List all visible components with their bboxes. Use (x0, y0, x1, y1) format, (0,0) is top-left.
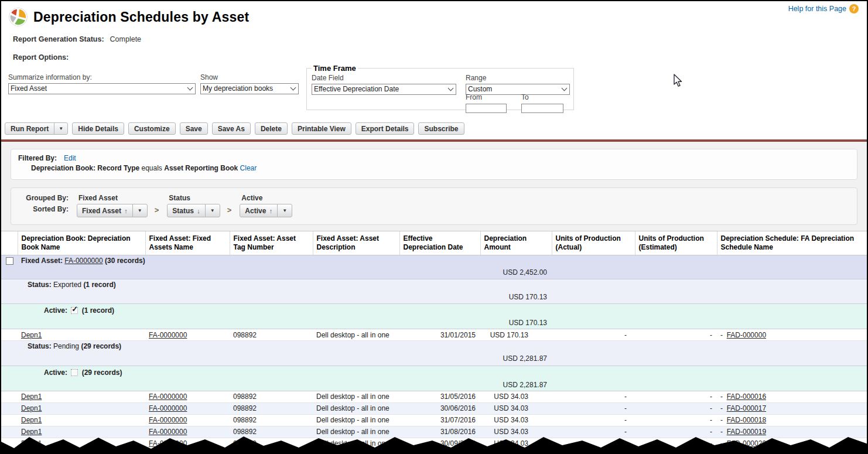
save-button[interactable]: Save (180, 122, 208, 135)
sort-button-fixed-asset[interactable]: Fixed Asset ↑▼ (77, 204, 148, 217)
summary-amount: USD 170.13 (480, 317, 552, 329)
column-header-fixed-asset-fixed-assets-name[interactable]: Fixed Asset: Fixed Assets Name (145, 231, 230, 255)
filter-grouping-section: Filtered By: Edit Depreciation Book: Rec… (1, 142, 867, 231)
record-link[interactable]: FA-0000000 (149, 331, 187, 339)
delete-button[interactable]: Delete (255, 122, 288, 135)
run-report-button[interactable]: Run Report (5, 122, 54, 135)
range-label: Range (466, 74, 570, 82)
sort-button-active[interactable]: Active ↑▼ (240, 204, 292, 217)
edit-filter-link[interactable]: Edit (64, 154, 76, 162)
timeframe-legend: Time Frame (312, 64, 358, 73)
help-box: Help for this Page ? (788, 4, 859, 13)
group-label-status: Status (169, 194, 220, 202)
to-input[interactable] (521, 104, 563, 113)
from-label: From (466, 93, 507, 101)
torn-edge (0, 429, 868, 454)
filter-value: Asset Reporting Book (164, 164, 238, 172)
summary-amount: USD 2,281.87 (480, 378, 552, 391)
column-header-depreciation-schedule-fa-depreciation-schedule-name[interactable]: Depreciation Schedule: FA Depreciation S… (717, 231, 867, 255)
column-header-effective-depreciation-date[interactable]: Effective Depreciation Date (399, 231, 480, 255)
filter-panel: Filtered By: Edit Depreciation Book: Rec… (11, 149, 857, 180)
summary-row: USD 2,452.00 (1, 266, 867, 279)
report-options: Summarize information by: Fixed Asset Sh… (5, 64, 863, 118)
timeframe-fieldset: Time Frame Date Field Effective Deprecia… (306, 64, 574, 110)
record-link[interactable]: FA-0000000 (149, 392, 187, 401)
group-row-fixed-asset: Fixed Asset: FA-0000000 (30 records) (1, 255, 867, 267)
summarize-select[interactable]: Fixed Asset (8, 83, 196, 94)
group-label-active: Active (241, 194, 292, 202)
column-header-checkbox (1, 231, 18, 255)
sort-button-status[interactable]: Status ↓▼ (167, 204, 220, 217)
record-link[interactable]: FAD-000017 (727, 404, 766, 412)
report-generation-status: Report Generation Status:Complete (8, 27, 860, 43)
summary-row: USD 2,281.87 (1, 378, 867, 391)
sort-direction-icon: ↓ (197, 207, 200, 214)
record-link[interactable]: FAD-000016 (727, 392, 766, 401)
record-link[interactable]: Depn1 (21, 392, 42, 401)
group-separator-icon: > (155, 206, 159, 214)
summary-amount: USD 2,452.00 (480, 266, 552, 279)
group-column-active: ActiveActive ↑▼ (240, 194, 292, 217)
summary-row: USD 170.13 (1, 317, 867, 329)
table-header-row: Depreciation Book: Depreciation Book Nam… (1, 231, 867, 255)
record-link[interactable]: Depn1 (21, 331, 42, 339)
detail-row: Depn1FA-0000000098892Dell desktop - all … (1, 402, 867, 414)
group-column-status: StatusStatus ↓▼ (167, 194, 220, 217)
record-link[interactable]: FAD-000000 (727, 331, 766, 339)
grouping-panel: Grouped By: Sorted By: Fixed AssetFixed … (11, 187, 857, 225)
summarize-label: Summarize information by: (8, 73, 196, 81)
report-options-label: Report Options: (8, 43, 860, 62)
record-link[interactable]: Depn1 (21, 404, 42, 412)
show-select[interactable]: My depreciation books (200, 83, 299, 94)
group-label-fixed-asset: Fixed Asset (78, 194, 148, 202)
from-input[interactable] (466, 104, 507, 113)
sort-dropdown-fixed-asset[interactable]: ▼ (132, 204, 147, 217)
record-link[interactable]: FA-0000000 (64, 257, 102, 265)
column-header-depreciation-amount[interactable]: Depreciation Amount (480, 231, 552, 255)
date-field-select[interactable]: Effective Depreciation Date (312, 84, 456, 95)
detail-row: Depn1FA-0000000098892Dell desktop - all … (1, 391, 867, 402)
group-row-status: Status: Pending (29 records) (1, 341, 867, 352)
record-link[interactable]: FAD-000018 (727, 416, 766, 424)
sort-dropdown-active[interactable]: ▼ (277, 204, 292, 217)
hide-details-button[interactable]: Hide Details (72, 122, 124, 135)
group-row-status: Status: Exported (1 record) (1, 279, 867, 290)
run-report-dropdown[interactable]: ▼ (54, 122, 68, 135)
page-title: Depreciation Schedules by Asset (33, 9, 249, 25)
group-row-active: Active: (29 records) (1, 366, 867, 378)
column-header-units-of-production-estimated[interactable]: Units of Production (Estimated) (635, 231, 717, 255)
report-icon (8, 7, 28, 27)
summary-amount: USD 2,281.87 (480, 351, 552, 366)
sort-direction-icon: ↑ (269, 207, 273, 214)
screenshot-frame: Help for this Page ? Depreciation Schedu… (0, 0, 868, 454)
detail-row: Depn1FA-0000000098892Dell desktop - all … (1, 414, 867, 426)
clear-filter-link[interactable]: Clear (240, 164, 257, 172)
column-header-fixed-asset-asset-tag-number[interactable]: Fixed Asset: Asset Tag Number (230, 231, 313, 255)
date-field-label: Date Field (312, 74, 456, 82)
customize-button[interactable]: Customize (128, 122, 176, 135)
active-checkbox-unchecked (71, 369, 78, 376)
printable-view-button[interactable]: Printable View (292, 122, 351, 135)
page-header: Help for this Page ? Depreciation Schedu… (1, 1, 867, 62)
record-link[interactable]: Depn1 (21, 416, 42, 424)
sort-dropdown-status[interactable]: ▼ (205, 204, 220, 217)
subscribe-button[interactable]: Subscribe (418, 122, 464, 135)
summary-row: USD 170.13 (1, 290, 867, 304)
column-header-depreciation-book-depreciation-book-name[interactable]: Depreciation Book: Depreciation Book Nam… (18, 231, 145, 255)
help-link[interactable]: Help for this Page (788, 5, 846, 13)
help-icon[interactable]: ? (849, 4, 859, 13)
filtered-by-label: Filtered By: (18, 154, 57, 162)
mouse-cursor (673, 74, 684, 88)
export-details-button[interactable]: Export Details (356, 122, 415, 135)
column-header-units-of-production-actual[interactable]: Units of Production (Actual) (552, 231, 635, 255)
run-report-split-button: Run Report ▼ (5, 122, 68, 135)
toolbar-buttons: Hide DetailsCustomizeSaveSave AsDeletePr… (72, 122, 464, 135)
save-as-button[interactable]: Save As (212, 122, 251, 135)
group-column-fixed-asset: Fixed AssetFixed Asset ↑▼ (77, 194, 148, 217)
group-checkbox[interactable] (6, 257, 13, 265)
record-link[interactable]: FA-0000000 (149, 416, 187, 424)
report-generation-status-value: Complete (110, 35, 142, 43)
column-header-fixed-asset-asset-description[interactable]: Fixed Asset: Asset Description (313, 231, 399, 255)
group-row-active: Active: (1 record) (1, 304, 867, 317)
record-link[interactable]: FA-0000000 (149, 404, 187, 412)
